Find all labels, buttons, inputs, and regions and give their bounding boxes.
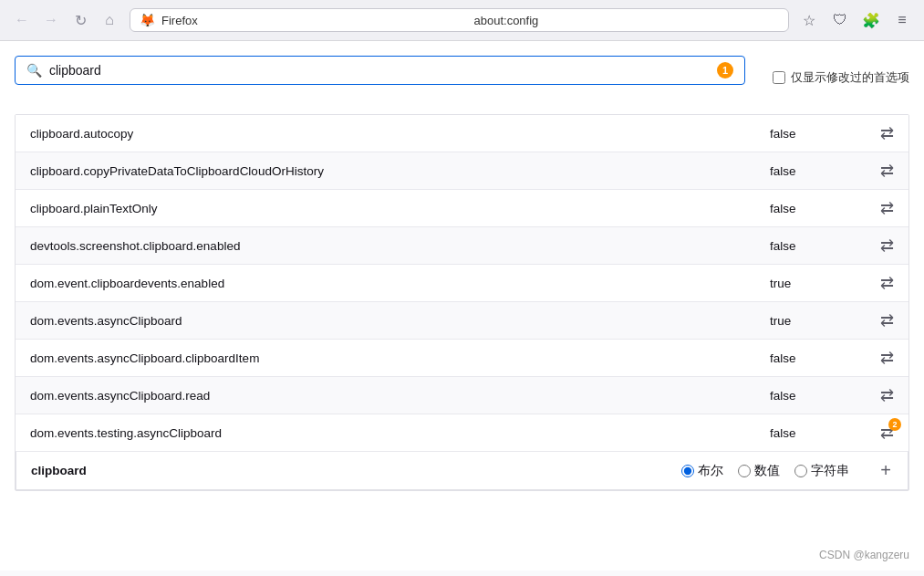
back-button[interactable]: ← [9, 7, 35, 33]
pref-action: ⇄ [865, 302, 908, 339]
pref-action: ⇄ [865, 377, 908, 414]
watermark: CSDN @kangzeru [819, 549, 909, 561]
toggle-pref-button[interactable]: ⇄ [872, 156, 901, 185]
toggle-pref-button[interactable]: ⇄ [872, 306, 901, 335]
pref-value: false [755, 419, 865, 447]
table-row: dom.events.asyncClipboard.clipboardItemf… [16, 340, 908, 377]
toolbar-icons: ☆ 🛡 🧩 ≡ [796, 7, 915, 33]
pref-name: clipboard.plainTextOnly [16, 194, 755, 223]
pref-value: false [755, 382, 865, 410]
pref-action: ⇄ [865, 265, 908, 301]
radio-bool-input[interactable] [681, 465, 694, 477]
pref-name: dom.events.asyncClipboard [16, 307, 755, 335]
pref-action: ⇄ [865, 190, 908, 226]
table-row: dom.event.clipboardevents.enabledtrue⇄ [16, 265, 908, 302]
pref-action: ⇄ [865, 152, 908, 189]
show-modified-label[interactable]: 仅显示修改过的首选项 [773, 69, 909, 86]
pref-value: true [755, 269, 865, 298]
firefox-icon: 🦊 [140, 13, 154, 27]
pref-value: false [755, 232, 865, 260]
search-row: 🔍 1 仅显示修改过的首选项 [15, 56, 909, 99]
radio-number-label: 数值 [754, 463, 780, 479]
pref-name: dom.events.asyncClipboard.read [16, 382, 755, 410]
pref-value: false [755, 120, 865, 148]
pref-value: false [755, 194, 865, 223]
pref-action: ⇄ [865, 340, 908, 376]
toggle-pref-button[interactable]: ⇄ [872, 194, 901, 223]
pref-name: clipboard.autocopy [16, 120, 755, 148]
table-row: clipboard.plainTextOnlyfalse⇄ [16, 190, 908, 227]
pref-name: dom.event.clipboardevents.enabled [16, 269, 755, 298]
search-input[interactable] [49, 63, 710, 78]
radio-bool[interactable]: 布尔 [681, 463, 723, 479]
radio-bool-label: 布尔 [698, 463, 723, 479]
url-bar[interactable]: 🦊 Firefox about:config [130, 8, 789, 32]
pref-name: dom.events.testing.asyncClipboard [16, 419, 755, 447]
add-pref-button[interactable]: + [871, 456, 900, 486]
config-rows: clipboard.autocopyfalse⇄clipboard.copyPr… [16, 115, 908, 452]
table-row: clipboard.autocopyfalse⇄ [16, 115, 908, 152]
menu-button[interactable]: ≡ [889, 7, 915, 33]
table-row: devtools.screenshot.clipboard.enabledfal… [16, 227, 908, 265]
table-row: dom.events.asyncClipboard.readfalse⇄ [16, 377, 908, 414]
extension-button[interactable]: 🧩 [858, 7, 884, 33]
pref-value: false [755, 157, 865, 185]
toggle-pref-button[interactable]: ⇄ [872, 119, 901, 148]
browser-toolbar: ← → ↻ ⌂ 🦊 Firefox about:config ☆ 🛡 🧩 ≡ [0, 0, 924, 40]
table-row: dom.events.testing.asyncClipboardfalse⇄2 [16, 414, 908, 452]
table-row: dom.events.asyncClipboardtrue⇄ [16, 302, 908, 340]
toggle-pref-button[interactable]: ⇄ [872, 231, 901, 260]
radio-group: 布尔 数值 字符串 [667, 456, 864, 487]
pref-badge: 2 [888, 418, 901, 431]
toggle-pref-button[interactable]: ⇄ [872, 381, 901, 410]
pref-action: ⇄ [865, 227, 908, 264]
home-button[interactable]: ⌂ [97, 7, 122, 33]
radio-string-label: 字符串 [811, 463, 849, 479]
search-badge: 1 [717, 62, 733, 79]
radio-string[interactable]: 字符串 [794, 463, 849, 479]
toggle-pref-button[interactable]: ⇄ [872, 343, 901, 372]
bookmark-button[interactable]: ☆ [796, 7, 822, 33]
radio-string-input[interactable] [794, 465, 807, 477]
radio-number[interactable]: 数值 [738, 463, 780, 479]
reload-button[interactable]: ↻ [67, 7, 93, 33]
shield-button[interactable]: 🛡 [827, 7, 853, 33]
table-row: clipboard.copyPrivateDataToClipboardClou… [16, 152, 908, 190]
show-modified-text: 仅显示修改过的首选项 [791, 69, 909, 86]
new-pref-name: clipboard [16, 456, 667, 485]
url-display: about:config [474, 14, 780, 27]
toggle-pref-button[interactable]: ⇄2 [872, 418, 901, 447]
radio-number-input[interactable] [738, 465, 751, 477]
pref-name: devtools.screenshot.clipboard.enabled [16, 232, 755, 260]
add-btn-container: + [864, 453, 908, 489]
add-pref-row: clipboard 布尔 数值 字符串 + [16, 452, 908, 490]
search-bar-container: 🔍 1 [15, 56, 745, 85]
nav-buttons: ← → ↻ ⌂ [9, 7, 122, 33]
pref-name: clipboard.copyPrivateDataToClipboardClou… [16, 157, 755, 185]
config-container: clipboard.autocopyfalse⇄clipboard.copyPr… [15, 114, 909, 491]
browser-chrome: ← → ↻ ⌂ 🦊 Firefox about:config ☆ 🛡 🧩 ≡ [0, 0, 924, 41]
browser-name-label: Firefox [161, 14, 467, 27]
pref-name: dom.events.asyncClipboard.clipboardItem [16, 344, 755, 372]
search-icon: 🔍 [26, 63, 42, 78]
pref-value: false [755, 344, 865, 372]
show-modified-checkbox[interactable] [773, 71, 785, 84]
forward-button[interactable]: → [38, 7, 64, 33]
pref-value: true [755, 307, 865, 335]
toggle-pref-button[interactable]: ⇄ [872, 268, 901, 298]
pref-action: ⇄2 [865, 414, 908, 451]
pref-action: ⇄ [865, 115, 908, 152]
page-content: 🔍 1 仅显示修改过的首选项 clipboard.autocopyfalse⇄c… [0, 41, 924, 571]
